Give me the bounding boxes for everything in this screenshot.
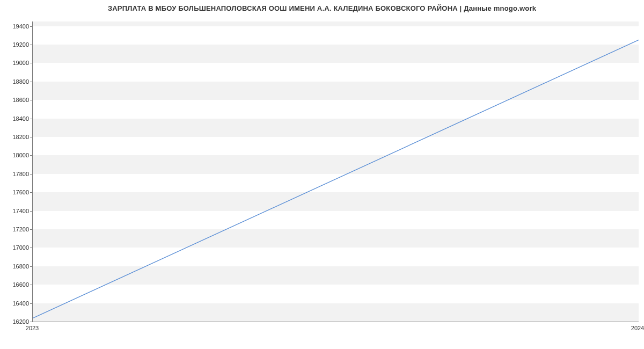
y-tick-label: 16600 [2,281,29,288]
y-tick-label: 19200 [2,41,29,48]
y-tick-label: 17000 [2,244,29,251]
y-tick [30,303,33,304]
y-tick-label: 18200 [2,134,29,140]
y-tick [30,82,33,82]
y-tick [30,248,33,248]
y-tick [30,63,33,63]
y-tick-label: 18400 [2,115,29,122]
y-tick-label: 19000 [2,60,29,66]
y-tick-label: 18600 [2,97,29,103]
salary-chart: ЗАРПЛАТА В МБОУ БОЛЬШЕНАПОЛОВСКАЯ ООШ ИМ… [0,0,644,349]
y-tick [30,100,33,100]
y-tick-label: 16200 [2,318,29,325]
y-tick-label: 17400 [2,208,29,214]
y-tick-label: 17600 [2,189,29,195]
line-series [33,21,639,322]
y-tick-label: 17200 [2,226,29,232]
y-tick [30,285,33,285]
y-tick-label: 16800 [2,263,29,270]
y-tick-label: 19400 [2,23,29,30]
plot-area [32,21,639,322]
y-tick [30,119,33,119]
x-tick-label: 2024 [631,325,644,331]
y-tick [30,229,33,230]
y-tick-label: 16400 [2,300,29,307]
y-tick [30,266,33,267]
y-tick [30,45,33,45]
y-tick [30,211,33,212]
y-tick [30,192,33,193]
y-tick-label: 17800 [2,171,29,177]
y-tick [30,322,33,322]
y-tick-label: 18800 [2,78,29,85]
y-tick [30,137,33,137]
y-tick-label: 18000 [2,152,29,158]
y-tick [30,155,33,156]
chart-title: ЗАРПЛАТА В МБОУ БОЛЬШЕНАПОЛОВСКАЯ ООШ ИМ… [0,0,644,12]
y-tick [30,174,33,174]
x-tick-label: 2023 [26,325,39,331]
y-tick [30,26,33,27]
